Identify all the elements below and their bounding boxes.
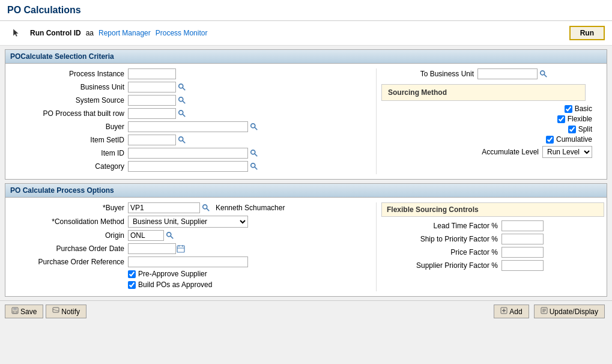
process-instance-row: Process Instance — [8, 68, 376, 79]
options-buyer-input[interactable] — [128, 202, 200, 213]
svg-point-18 — [167, 232, 171, 237]
accumulate-level-row: Accumulate Level Run Level — [381, 146, 604, 158]
process-options-right: Flexible Sourcing Controls Lead Time Fac… — [376, 202, 604, 291]
consolidation-label: *Consolidation Method — [8, 217, 128, 226]
process-options-left: *Buyer Kenneth Schumacher *Consolidation… — [8, 202, 376, 291]
options-buyer-lookup-icon[interactable] — [201, 203, 211, 213]
pre-approve-label: Pre-Approve Supplier — [138, 270, 207, 278]
origin-label: Origin — [8, 231, 128, 240]
buyer-lookup-icon[interactable] — [249, 122, 259, 132]
svg-rect-20 — [177, 246, 184, 252]
report-manager-link[interactable]: Report Manager — [98, 29, 151, 37]
cursor-area — [7, 27, 25, 39]
selection-criteria-body: Process Instance Business Unit System So… — [5, 64, 607, 179]
add-icon — [500, 307, 507, 316]
category-input[interactable] — [128, 161, 248, 172]
build-pos-label: Build POs as Approved — [138, 281, 212, 289]
po-process-label: PO Process that built row — [8, 109, 128, 118]
supplier-priority-label: Supplier Priority Factor % — [381, 261, 501, 270]
to-business-unit-row: To Business Unit — [381, 68, 604, 79]
process-options-section: PO Calculate Process Options *Buyer Kenn… — [5, 183, 607, 297]
system-source-lookup-icon[interactable] — [177, 96, 187, 105]
item-id-label: Item ID — [8, 149, 128, 157]
origin-input[interactable] — [128, 230, 164, 241]
buyer-row: Buyer — [8, 121, 376, 132]
po-process-input[interactable] — [128, 108, 176, 119]
po-ref-label: Purchase Order Reference — [8, 258, 128, 266]
buyer-input[interactable] — [128, 121, 248, 132]
ship-to-priority-row: Ship to Priority Factor % — [381, 234, 604, 244]
origin-row: Origin — [8, 230, 376, 241]
update-icon — [541, 307, 548, 316]
po-date-input[interactable] — [128, 243, 176, 254]
item-id-row: Item ID — [8, 148, 376, 159]
update-display-button[interactable]: Update/Display — [534, 305, 605, 318]
build-pos-checkbox[interactable] — [128, 281, 136, 289]
price-factor-input[interactable] — [501, 247, 544, 258]
po-ref-row: Purchase Order Reference — [8, 256, 376, 267]
basic-checkbox[interactable] — [565, 105, 572, 113]
split-checkbox-label: Split — [578, 125, 592, 133]
svg-point-12 — [251, 163, 255, 168]
basic-checkbox-row: Basic — [381, 105, 604, 113]
business-unit-lookup-icon[interactable] — [177, 82, 187, 92]
process-instance-input[interactable] — [128, 68, 176, 79]
business-unit-label: Business Unit — [8, 83, 128, 91]
svg-point-6 — [251, 124, 255, 128]
category-lookup-icon[interactable] — [249, 162, 259, 171]
consolidation-select[interactable]: Business Unit, Supplier — [128, 216, 248, 228]
lead-time-input[interactable] — [501, 220, 544, 231]
add-label: Add — [509, 308, 522, 316]
po-process-lookup-icon[interactable] — [177, 109, 187, 118]
svg-point-2 — [179, 97, 183, 102]
save-label: Save — [20, 308, 37, 316]
accumulate-level-select[interactable]: Run Level — [542, 146, 592, 158]
run-button[interactable]: Run — [569, 26, 605, 40]
to-business-unit-input[interactable] — [477, 68, 538, 79]
po-ref-input[interactable] — [128, 256, 248, 267]
svg-line-3 — [183, 101, 185, 103]
item-id-input[interactable] — [128, 148, 248, 159]
origin-lookup-icon[interactable] — [165, 231, 175, 240]
process-monitor-link[interactable]: Process Monitor — [156, 29, 208, 37]
notify-button[interactable]: Notify — [46, 305, 86, 318]
selection-criteria-header: POCalculate Selection Criteria — [5, 50, 607, 64]
selection-criteria-left: Process Instance Business Unit System So… — [8, 68, 376, 174]
save-button[interactable]: Save — [5, 305, 43, 318]
price-factor-label: Price Factor % — [381, 248, 501, 256]
selection-criteria-section: POCalculate Selection Criteria Process I… — [5, 49, 607, 180]
ship-to-priority-input[interactable] — [501, 234, 544, 244]
add-button[interactable]: Add — [494, 305, 529, 318]
system-source-row: System Source — [8, 95, 376, 106]
supplier-priority-input[interactable] — [501, 260, 544, 271]
system-source-input[interactable] — [128, 95, 176, 106]
split-checkbox[interactable] — [568, 126, 576, 133]
basic-checkbox-label: Basic — [575, 105, 592, 113]
svg-rect-26 — [13, 311, 17, 313]
selection-criteria-right: To Business Unit Sourcing Method Basic F… — [376, 68, 604, 174]
cumulative-checkbox[interactable] — [546, 136, 554, 144]
business-unit-input[interactable] — [128, 82, 176, 93]
bottom-right-buttons: Add Update/Display — [494, 305, 607, 318]
process-options-header: PO Calculate Process Options — [5, 184, 607, 198]
cumulative-checkbox-row: Cumulative — [381, 135, 604, 144]
po-date-row: Purchase Order Date — [8, 243, 376, 254]
accumulate-level-label: Accumulate Level — [482, 148, 539, 156]
cursor-icon — [12, 28, 20, 38]
update-display-label: Update/Display — [550, 308, 598, 316]
item-setid-lookup-icon[interactable] — [177, 135, 187, 145]
item-id-lookup-icon[interactable] — [249, 148, 259, 158]
svg-point-0 — [179, 84, 183, 88]
to-business-unit-lookup-icon[interactable] — [539, 69, 548, 79]
item-setid-input[interactable] — [128, 135, 176, 145]
notify-label: Notify — [61, 308, 80, 316]
svg-line-19 — [171, 236, 173, 238]
item-setid-row: Item SetID — [8, 135, 376, 145]
pre-approve-checkbox[interactable] — [128, 270, 136, 278]
flexible-checkbox[interactable] — [557, 115, 565, 123]
cumulative-checkbox-label: Cumulative — [556, 135, 592, 144]
svg-line-9 — [183, 141, 185, 143]
po-date-calendar-icon[interactable] — [176, 244, 186, 253]
supplier-priority-row: Supplier Priority Factor % — [381, 260, 604, 271]
price-factor-row: Price Factor % — [381, 247, 604, 258]
